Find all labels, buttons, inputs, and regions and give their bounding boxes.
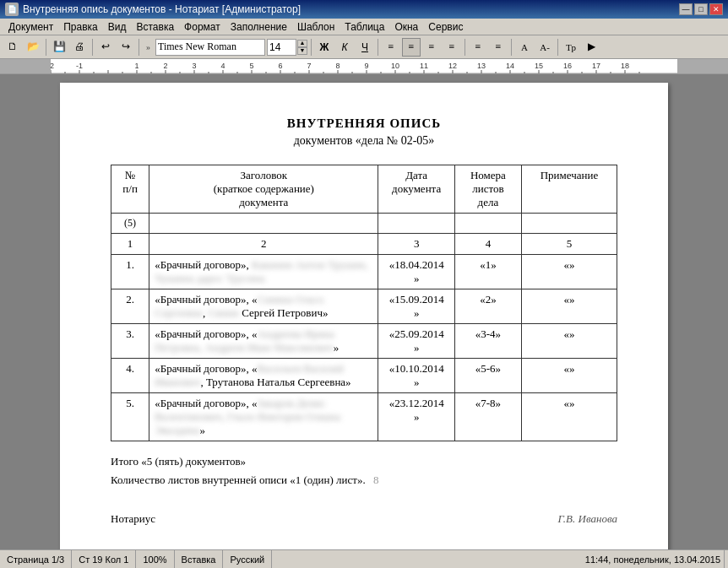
td-n2: 2	[149, 234, 378, 255]
font-size-up[interactable]: ▲	[297, 40, 307, 47]
menu-fill[interactable]: Заполнение	[225, 20, 292, 34]
toolbar-sep-4	[311, 39, 312, 56]
font-size-arrows[interactable]: ▲ ▼	[297, 40, 307, 55]
font-size-down[interactable]: ▼	[297, 47, 307, 55]
status-page: Страница 1/3	[3, 550, 72, 568]
ruler	[0, 59, 728, 74]
statusbar: Страница 1/3 Ст 19 Кол 1 100% Вставка Ру…	[0, 549, 728, 568]
td-n5: 5	[521, 234, 617, 255]
more-button[interactable]: ▶	[582, 38, 600, 57]
td-row4-note: «»	[521, 359, 617, 393]
table-subrow: (5)	[111, 214, 617, 234]
toolbar: 🗋 📂 💾 🖨 ↩ ↪ » ▲ ▼ Ж К Ч ≡ ≡ ≡ ≡ ≡ ≡ A A-…	[0, 35, 728, 59]
td-row4-sheets: «5-6»	[454, 359, 521, 393]
td-n1: 1	[111, 234, 149, 255]
td-sub-date	[378, 214, 454, 234]
align-center-button[interactable]: ≡	[402, 38, 421, 57]
status-col: Ст 19 Кол 1	[72, 550, 136, 568]
document-area[interactable]: ВНУТРЕННЯЯ ОПИСЬ документов «дела № 02-0…	[0, 74, 728, 549]
undo-button[interactable]: ↩	[96, 38, 115, 57]
td-row1-sheets: «1»	[454, 255, 521, 289]
td-sub-note	[521, 214, 617, 234]
italic-button[interactable]: К	[335, 38, 354, 57]
td-row2-note: «»	[521, 289, 617, 324]
blurred-name-4: Васильев Василий Иванович	[155, 362, 344, 388]
underline-button[interactable]: Ч	[356, 38, 374, 57]
align-left-button[interactable]: ≡	[382, 38, 400, 57]
td-sub-title	[149, 214, 378, 234]
td-row2-sheets: «2»	[454, 289, 521, 324]
td-row5-note: «»	[521, 393, 617, 441]
td-row3-sheets: «3-4»	[454, 324, 521, 359]
td-row4-title: «Брачный договор», «Васильев Василий Ива…	[149, 359, 378, 393]
toolbar-sep-2	[92, 39, 93, 56]
th-num: №п/п	[111, 165, 149, 214]
blurred-name-1: Какинин Антон Трушин, Чукаина дарос Трус…	[155, 258, 368, 284]
td-n4: 4	[454, 234, 521, 255]
th-sheets: Номералистовдела	[454, 165, 521, 214]
ruler-canvas	[0, 59, 728, 74]
td-row5-date: «23.12.2014»	[378, 393, 454, 441]
menu-service[interactable]: Сервис	[423, 20, 468, 34]
menu-template[interactable]: Шаблон	[292, 20, 340, 34]
td-row4-num: 4.	[111, 359, 149, 393]
titlebar-controls[interactable]: — □ ✕	[679, 3, 723, 15]
notary-line: Нотариус Г.В. Иванова	[111, 512, 617, 526]
print-button[interactable]: 🖨	[70, 38, 89, 57]
toolbar-sep-7	[511, 39, 512, 56]
minimize-button[interactable]: —	[679, 3, 693, 15]
indent-button[interactable]: ≡	[489, 38, 508, 57]
app-icon: 📄	[5, 3, 19, 16]
font-color-button[interactable]: A	[515, 38, 534, 57]
footer-line1: Итого «5 (пять) документов»	[111, 455, 617, 468]
open-button[interactable]: 📂	[24, 38, 42, 57]
font-size-input[interactable]	[267, 39, 296, 56]
toolbar-sep-1	[46, 39, 46, 56]
menu-windows[interactable]: Окна	[389, 20, 423, 34]
td-row1-title: «Брачный договор», Какинин Антон Трушин,…	[149, 255, 378, 289]
expand-arrow: »	[143, 42, 154, 51]
td-row1-note: «»	[521, 255, 617, 289]
footer-line2: Количество листов внутренней описи «1 (о…	[111, 473, 617, 487]
toolbar-sep-3	[139, 39, 139, 56]
save-button[interactable]: 💾	[50, 38, 68, 57]
page: ВНУТРЕННЯЯ ОПИСЬ документов «дела № 02-0…	[60, 83, 668, 549]
td-row3-date: «25.09.2014»	[378, 324, 454, 359]
maximize-button[interactable]: □	[694, 3, 708, 15]
td-row2-title: «Брачный договор», «Синина Ольга Сергеев…	[149, 289, 378, 324]
table-numrow: 1 2 3 4 5	[111, 234, 617, 255]
table-row: 5. «Брачный договор», «Закаров Денис Вал…	[111, 393, 617, 441]
list-button[interactable]: ≡	[469, 38, 487, 57]
th-date: Датадокумента	[378, 165, 454, 214]
close-button[interactable]: ✕	[709, 3, 723, 15]
menu-table[interactable]: Таблица	[340, 20, 389, 34]
td-row2-num: 2.	[111, 289, 149, 324]
table-row: 4. «Брачный договор», «Васильев Василий …	[111, 359, 617, 393]
td-row4-date: «10.10.2014»	[378, 359, 454, 393]
menu-insert[interactable]: Вставка	[132, 20, 180, 34]
td-row3-title: «Брачный договор», «Андреева Ирина Петро…	[149, 324, 378, 359]
new-button[interactable]: 🗋	[3, 38, 22, 57]
align-right-button[interactable]: ≡	[422, 38, 441, 57]
notary-signature: Г.В. Иванова	[557, 512, 617, 526]
redo-button[interactable]: ↪	[117, 38, 135, 57]
align-justify-button[interactable]: ≡	[443, 38, 461, 57]
bold-button[interactable]: Ж	[315, 38, 334, 57]
page-title: ВНУТРЕННЯЯ ОПИСЬ	[111, 116, 617, 131]
th-title: Заголовок(краткое содержание)документа	[149, 165, 378, 214]
status-lang: Русский	[223, 550, 272, 568]
td-sub-num: (5)	[111, 214, 149, 234]
spell-button[interactable]: Тр	[562, 38, 580, 57]
page-subtitle: документов «дела № 02-05»	[111, 134, 617, 148]
td-row5-title: «Брачный договор», «Закаров Денис Валент…	[149, 393, 378, 441]
menu-edit[interactable]: Правка	[58, 20, 103, 34]
footer-line2-text: Количество листов внутренней описи «1 (о…	[111, 473, 366, 486]
font-select[interactable]	[155, 39, 265, 56]
td-row2-date: «15.09.2014»	[378, 289, 454, 324]
th-note: Примечание	[521, 165, 617, 214]
menu-document[interactable]: Документ	[3, 20, 58, 34]
menu-format[interactable]: Формат	[179, 20, 225, 34]
menu-view[interactable]: Вид	[103, 20, 132, 34]
document-table: №п/п Заголовок(краткое содержание)докуме…	[111, 165, 617, 441]
highlight-button[interactable]: A-	[535, 38, 554, 57]
